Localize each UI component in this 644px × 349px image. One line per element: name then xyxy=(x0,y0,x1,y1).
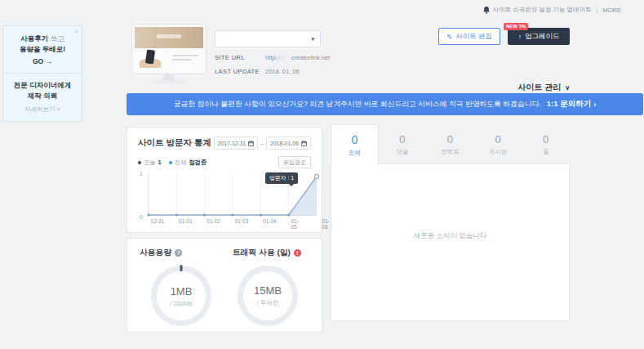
thumbnail-text-lines xyxy=(172,55,198,63)
site-url-value: https://···.creatorlink.net xyxy=(265,54,330,61)
upgrade-button[interactable]: NEW 5% ↑ 업그레이드 xyxy=(508,28,570,45)
stats-title: 사이트 방문자 통계 xyxy=(138,137,211,149)
visitor-chart: 1 0 12-3101-0101-0201-0301-0401-0501-06 … xyxy=(138,173,311,226)
tab-게시판[interactable]: 0게시판 xyxy=(474,124,522,164)
site-meta: · ▾ SITE URL https://···.creatorlink.net… xyxy=(215,30,427,75)
notification-content: 새로운 소식이 없습니다 xyxy=(331,163,570,321)
header-notice: 사이트 스크린샷 설정 기능 업데이트 | MORE xyxy=(483,6,621,14)
site-url-row: SITE URL https://···.creatorlink.net xyxy=(215,54,427,61)
traffic-value: 15MB xyxy=(254,284,282,297)
thumbnail-hero-image xyxy=(135,27,203,48)
x-tick-label: 12-31 xyxy=(151,218,165,224)
chevron-right-icon: › xyxy=(593,100,596,109)
traffic-source-button[interactable]: 유입경로 xyxy=(278,156,311,168)
chart-legend: 오늘 1 전체 점검중 유입경로 xyxy=(138,156,311,168)
x-tick-label: 01-03 xyxy=(235,218,249,224)
tab-count: 0 xyxy=(495,133,500,145)
tab-label: 컨택트 xyxy=(442,148,460,156)
traffic-title: 트래픽 사용 (일) xyxy=(233,248,291,258)
storage-limit: / 200MB xyxy=(170,300,193,307)
x-tick-label: 01-06 xyxy=(322,218,329,230)
thumbnail-phone-image xyxy=(140,50,161,68)
legend-total-label: 전체 xyxy=(175,159,187,167)
site-name-masked: · xyxy=(221,35,224,43)
date-from-input[interactable]: 2017-12-31 xyxy=(214,136,259,150)
tab-컨택트[interactable]: 0컨택트 xyxy=(426,124,474,164)
manage-link-label: 사이트 관리 xyxy=(517,82,561,93)
tab-label: 전체 xyxy=(349,149,361,157)
date-separator: – xyxy=(260,141,264,146)
close-icon[interactable]: × xyxy=(74,28,78,35)
tab-count: 0 xyxy=(351,133,358,146)
promo-line2: 용량을 두배로! xyxy=(8,44,77,55)
notice-more-link[interactable]: MORE xyxy=(603,7,622,14)
tab-label: 폼 xyxy=(543,148,549,156)
promo-line4: 제작 의뢰 xyxy=(8,91,77,101)
traffic-ring-gauge: 15MB / 무제한 xyxy=(238,266,298,326)
last-update-value: 2018. 01. 06 xyxy=(265,68,300,75)
promo-go-link[interactable]: GO → xyxy=(8,56,77,67)
thumbnail-body xyxy=(135,48,203,71)
url-masked: s://···. xyxy=(276,54,292,61)
legend-today-label: 오늘 xyxy=(144,159,156,167)
pencil-icon: ✎ xyxy=(446,33,452,41)
x-axis-labels: 12-3101-0101-0201-0301-0401-0501-06 xyxy=(148,218,311,226)
chart-tooltip: 방문자 : 1 xyxy=(265,172,298,184)
promo-line1-bold: 사용후기 xyxy=(20,34,48,43)
legend-dot-icon xyxy=(169,161,172,164)
date-to-value: 2018-01-06 xyxy=(270,141,299,146)
last-update-row: LAST UPDATE 2018. 01. 06 xyxy=(215,68,427,75)
promo-detail-link[interactable]: 자세히보기 » xyxy=(8,105,77,114)
bell-icon xyxy=(483,7,490,14)
promo-line3: 전문 디자이너에게 xyxy=(8,80,77,91)
site-info-section: · ▾ SITE URL https://···.creatorlink.net… xyxy=(127,23,570,88)
promo-designer-section[interactable]: 전문 디자이너에게 제작 의뢰 자세히보기 » xyxy=(3,74,82,121)
site-action-buttons: ✎ 사이트 편집 NEW 5% ↑ 업그레이드 xyxy=(438,28,570,45)
storage-title: 사용용량 xyxy=(140,248,171,258)
last-update-label: LAST UPDATE xyxy=(215,68,265,75)
storage-ring-gauge: 1MB / 200MB xyxy=(151,266,211,326)
legend-today-value: 1 xyxy=(158,159,162,166)
url-prefix: http xyxy=(265,54,276,61)
feedback-banner[interactable]: 궁금한 점이나 불편한 사항이 있으신가요? 의견 남겨주시면 바로 회신드리고… xyxy=(127,93,643,115)
calendar-icon xyxy=(248,141,254,146)
notification-tabs: 0전체0댓글0컨택트0게시판0폼 xyxy=(331,124,570,164)
x-tick-label: 01-01 xyxy=(179,218,193,224)
y-axis-tick: 0 xyxy=(140,214,143,220)
promo-line1-rest: 쓰고 xyxy=(48,34,64,43)
upgrade-button-label: 업그레이드 xyxy=(525,32,560,42)
x-tick-label: 01-05 xyxy=(291,218,304,230)
notice-separator: | xyxy=(597,7,598,14)
info-icon[interactable]: ? xyxy=(175,249,182,257)
site-selector-dropdown[interactable]: · ▾ xyxy=(215,30,321,47)
legend-today: 오늘 1 xyxy=(138,159,162,167)
site-thumbnail-screen xyxy=(132,25,206,74)
tab-폼[interactable]: 0폼 xyxy=(522,124,570,164)
tab-label: 댓글 xyxy=(397,148,409,156)
monitor-base xyxy=(153,80,184,83)
legend-dot-icon xyxy=(138,161,141,164)
storage-value: 1MB xyxy=(171,285,193,298)
promo-box: × 사용후기 쓰고 용량을 두배로! GO → 전문 디자이너에게 제작 의뢰 … xyxy=(2,25,82,122)
tab-count: 0 xyxy=(543,133,549,145)
new-badge: NEW 5% xyxy=(504,23,528,30)
site-url-label: SITE URL xyxy=(215,54,265,61)
tab-댓글[interactable]: 0댓글 xyxy=(379,124,427,164)
traffic-usage: 트래픽 사용 (일) ! 15MB / 무제한 xyxy=(224,248,311,323)
storage-usage: 사용용량 ? 1MB / 200MB xyxy=(138,248,224,323)
alert-icon[interactable]: ! xyxy=(294,249,301,257)
date-to-input[interactable]: 2018-01-06 xyxy=(266,136,311,150)
tab-label: 게시판 xyxy=(489,148,507,156)
empty-state-text: 새로운 소식이 없습니다 xyxy=(331,231,569,241)
x-tick-label: 01-04 xyxy=(263,218,277,224)
legend-total-value: 점검중 xyxy=(189,159,207,167)
promo-review-section[interactable]: × 사용후기 쓰고 용량을 두배로! GO → xyxy=(3,26,82,74)
edit-button-label: 사이트 편집 xyxy=(455,32,492,42)
storage-progress-tick xyxy=(180,265,183,271)
banner-cta[interactable]: 1:1 문의하기 xyxy=(547,99,591,110)
monitor-stand xyxy=(163,74,175,80)
site-manage-link[interactable]: 사이트 관리 ∨ xyxy=(517,82,570,93)
site-edit-button[interactable]: ✎ 사이트 편집 xyxy=(438,28,500,45)
tab-전체[interactable]: 0전체 xyxy=(331,124,379,165)
y-axis-tick: 1 xyxy=(140,171,143,177)
